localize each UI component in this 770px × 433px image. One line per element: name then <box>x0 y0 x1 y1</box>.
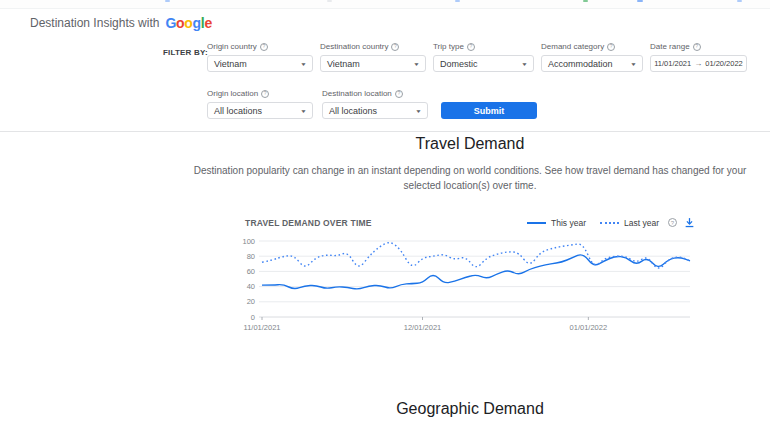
description-line: Destination popularity can change in an … <box>194 165 747 176</box>
chart-help-icon[interactable]: ? <box>668 218 677 227</box>
legend-line-swatch <box>527 222 546 224</box>
chart-legend: This yearLast year <box>513 218 659 228</box>
date-range-start: 11/01/2021 <box>654 59 691 68</box>
field-label: Destination country? <box>320 42 426 51</box>
x-axis-label: 11/01/2021 <box>244 323 281 332</box>
google-logo-letter: o <box>184 15 192 31</box>
filter-field-destination-location: Destination location?All locations▼ <box>322 89 428 119</box>
help-icon[interactable]: ? <box>395 90 403 98</box>
dropdown-arrow-icon: ▼ <box>521 61 528 67</box>
y-axis-label: 100 <box>242 237 255 246</box>
submit-button[interactable]: Submit <box>441 102 537 119</box>
field-label-text: Date range <box>650 42 690 51</box>
field-label: Demand category? <box>541 42 643 51</box>
series-line-last-year <box>262 243 690 268</box>
download-icon[interactable] <box>684 217 695 228</box>
y-axis-label: 20 <box>247 297 255 306</box>
field-label-text: Destination location <box>322 89 392 98</box>
filter-field-date-range: Date range?11/01/2021→01/20/2022 <box>650 42 747 72</box>
select-value: All locations <box>329 106 377 116</box>
origin-location-select[interactable]: All locations▼ <box>207 102 313 119</box>
legend-item-last-year[interactable]: Last year <box>600 218 659 228</box>
select-value: Domestic <box>440 59 478 69</box>
travel-demand-description: Destination popularity can change in an … <box>170 163 770 193</box>
dropdown-arrow-icon: ▼ <box>300 108 307 114</box>
legend-label: Last year <box>624 218 659 228</box>
google-logo-letter: G <box>165 15 176 31</box>
filter-field-destination-country: Destination country?Vietnam▼ <box>320 42 426 72</box>
field-label-text: Demand category <box>541 42 604 51</box>
select-value: Accommodation <box>548 59 613 69</box>
filter-row-2: Origin location?All locations▼Destinatio… <box>207 89 747 119</box>
travel-demand-chart: TRAVEL DEMAND OVER TIME This yearLast ye… <box>245 216 695 336</box>
destination-country-select[interactable]: Vietnam▼ <box>320 55 426 72</box>
app-title: Destination Insights with <box>30 16 159 30</box>
google-logo-letter: e <box>204 15 212 31</box>
arrow-right-icon: → <box>694 59 702 68</box>
demand-category-select[interactable]: Accommodation▼ <box>541 55 643 72</box>
field-label-text: Origin location <box>207 89 258 98</box>
help-icon[interactable]: ? <box>693 43 701 51</box>
origin-country-select[interactable]: Vietnam▼ <box>207 55 313 72</box>
google-logo: Google <box>165 15 211 31</box>
select-value: All locations <box>214 106 262 116</box>
bookmark-favicon-artifact <box>737 0 742 2</box>
field-label: Trip type? <box>433 42 534 51</box>
dropdown-arrow-icon: ▼ <box>300 61 307 67</box>
trip-type-select[interactable]: Domestic▼ <box>433 55 534 72</box>
field-label: Origin country? <box>207 42 313 51</box>
x-axis-label: 12/01/2021 <box>404 323 442 332</box>
filter-by-label: FILTER BY: <box>163 48 208 57</box>
destination-location-select[interactable]: All locations▼ <box>322 102 428 119</box>
filter-field-origin-country: Origin country?Vietnam▼ <box>207 42 313 72</box>
travel-demand-title: Travel Demand <box>170 135 770 153</box>
geographic-demand-title: Geographic Demand <box>170 400 770 418</box>
filter-field-origin-location: Origin location?All locations▼ <box>207 89 313 119</box>
chart-canvas: 02040608010011/01/202112/01/202101/01/20… <box>245 231 695 336</box>
field-label-text: Origin country <box>207 42 257 51</box>
select-value: Vietnam <box>327 59 360 69</box>
bookmark-favicon-artifact <box>455 0 460 2</box>
dropdown-arrow-icon: ▼ <box>630 61 637 67</box>
filter-row-1: Origin country?Vietnam▼Destination count… <box>207 42 747 72</box>
y-axis-label: 40 <box>247 282 255 291</box>
y-axis-label: 0 <box>251 313 255 322</box>
field-label-text: Trip type <box>433 42 464 51</box>
x-axis-label: 01/01/2022 <box>570 323 608 332</box>
dropdown-arrow-icon: ▼ <box>415 108 422 114</box>
description-line: selected location(s) over time. <box>404 180 537 191</box>
dropdown-arrow-icon: ▼ <box>413 61 420 67</box>
date-range-end: 01/20/2022 <box>705 59 743 68</box>
chart-header: TRAVEL DEMAND OVER TIME This yearLast ye… <box>245 216 695 229</box>
bookmark-favicon-artifact <box>637 0 643 2</box>
filter-field-demand-category: Demand category?Accommodation▼ <box>541 42 643 72</box>
y-axis-label: 60 <box>247 267 255 276</box>
app-header: Destination Insights with Google <box>0 10 770 36</box>
field-label-text: Destination country <box>320 42 388 51</box>
help-icon[interactable]: ? <box>261 90 269 98</box>
date-range-input[interactable]: 11/01/2021→01/20/2022 <box>650 55 747 72</box>
bookmark-favicon-artifact <box>327 0 332 2</box>
bookmark-favicon-artifact <box>165 0 170 2</box>
select-value: Vietnam <box>214 59 247 69</box>
help-icon[interactable]: ? <box>391 43 399 51</box>
help-icon[interactable]: ? <box>467 43 475 51</box>
help-icon[interactable]: ? <box>260 43 268 51</box>
y-axis-label: 80 <box>247 252 255 261</box>
field-label: Origin location? <box>207 89 313 98</box>
filter-field-trip-type: Trip type?Domestic▼ <box>433 42 534 72</box>
legend-item-this-year[interactable]: This year <box>527 218 586 228</box>
filter-panel: Origin country?Vietnam▼Destination count… <box>207 42 747 119</box>
bookmark-favicon-artifact <box>583 0 588 2</box>
legend-label: This year <box>551 218 586 228</box>
browser-chrome-strip <box>0 0 770 9</box>
google-logo-letter: g <box>193 15 201 31</box>
chart-title: TRAVEL DEMAND OVER TIME <box>245 218 372 228</box>
section-divider <box>0 131 770 132</box>
help-icon[interactable]: ? <box>607 43 615 51</box>
field-label: Date range? <box>650 42 747 51</box>
field-label: Destination location? <box>322 89 428 98</box>
legend-line-swatch <box>600 222 619 224</box>
